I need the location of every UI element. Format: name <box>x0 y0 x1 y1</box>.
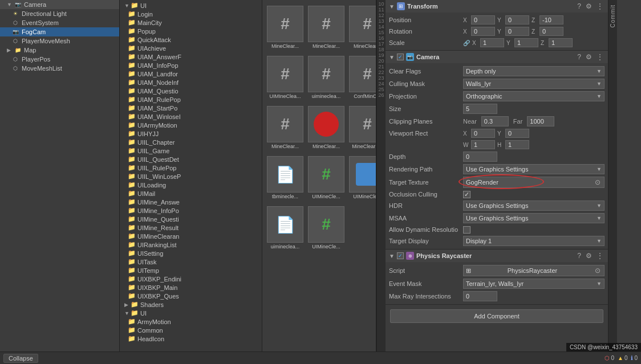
rotation-z-field[interactable]: Z <box>532 27 563 36</box>
tree-item-uimine-result[interactable]: 📁 UIMine_Result <box>120 223 262 232</box>
file-item-13[interactable]: # UIMineCle... <box>307 154 346 202</box>
tree-item-uixbkp-endini[interactable]: 📁 UIXBKP_Endini <box>120 275 262 283</box>
tree-item-uiam-nodeinf[interactable]: 📁 UIAM_NodeInf <box>120 78 262 87</box>
file-item-16[interactable]: 📄 uimineclea... <box>266 204 305 252</box>
occlusion-checkbox[interactable]: ✓ <box>463 191 470 198</box>
tree-item-uitemp[interactable]: 📁 UITemp <box>120 266 262 275</box>
renderingpath-dropdown[interactable]: Use Graphics Settings ▼ <box>463 164 605 174</box>
size-input[interactable] <box>463 104 497 114</box>
tree-item-uiam-winlosei[interactable]: 📁 UIAM_WinloseI <box>120 112 262 121</box>
tree-item-uisetting[interactable]: 📁 UISetting <box>120 249 262 257</box>
rotation-y-field[interactable]: Y <box>497 27 529 36</box>
transform-settings-btn[interactable]: ⚙ <box>585 2 593 10</box>
hierarchy-item-camera[interactable]: ▼ 📷 Camera <box>0 0 119 9</box>
tree-item-uiam-infopop[interactable]: 📁 UIAM_InfoPop <box>120 61 262 69</box>
scale-lock-icon[interactable]: 🔗 <box>463 40 470 46</box>
tree-item-uiil-questdet[interactable]: 📁 UIIL_QuestDet <box>120 155 262 163</box>
tree-item-uitask[interactable]: 📁 UITask <box>120 257 262 266</box>
position-x-field[interactable]: X <box>463 15 495 24</box>
tree-item-uixbkp-main[interactable]: 📁 UIXBKP_Main <box>120 283 262 292</box>
tree-item-popup[interactable]: 📁 Popup <box>120 27 262 35</box>
viewport-h-input[interactable] <box>505 140 529 149</box>
error-status[interactable]: ⬡ 0 <box>605 355 614 361</box>
camera-settings-btn[interactable]: ⚙ <box>585 53 593 61</box>
targettexture-field[interactable]: GogRender ⊙ <box>463 177 605 188</box>
tree-item-ui[interactable]: ▼ 📁 UI <box>120 1 262 10</box>
tree-item-uiam-rulepop[interactable]: 📁 UIAM_RulePop <box>120 95 262 104</box>
scale-x-input[interactable] <box>480 38 504 47</box>
hierarchy-item-movemeshlist[interactable]: ⬡ MoveMeshList <box>0 64 119 73</box>
hierarchy-item-fogcam[interactable]: 📷 FogCam <box>0 27 119 36</box>
tree-item-maincity[interactable]: 📁 MainCity <box>120 18 262 27</box>
script-field[interactable]: ⊞ PhysicsRaycaster ⊙ <box>463 265 605 276</box>
tree-item-uiil-chapter[interactable]: 📁 UIIL_Chapter <box>120 138 262 146</box>
tree-item-uiil-winlosep[interactable]: 📁 UIIL_WinLoseP <box>120 172 262 181</box>
tree-item-shaders[interactable]: ▶ 📁 Shaders <box>120 300 262 309</box>
physics-raycaster-menu-btn[interactable]: ⋮ <box>595 252 605 260</box>
targettexture-icon-btn[interactable]: ⊙ <box>594 178 602 186</box>
targetdisplay-dropdown[interactable]: Display 1 ▼ <box>463 236 605 246</box>
warning-status[interactable]: ▲ 0 <box>618 355 627 361</box>
maxray-input[interactable] <box>463 291 497 301</box>
tree-item-uixbkp-ques[interactable]: 📁 UIXBKP_Ques <box>120 292 262 300</box>
physics-raycaster-settings-btn[interactable]: ⚙ <box>585 252 593 260</box>
viewport-w-input[interactable] <box>471 140 495 149</box>
tree-item-quickattack[interactable]: 📁 QuickAttack <box>120 35 262 44</box>
transform-help-btn[interactable]: ? <box>576 2 582 10</box>
tree-item-uiloading[interactable]: 📁 UILoading <box>120 181 262 189</box>
hierarchy-item-directionallight[interactable]: ☀ Directional Light <box>0 9 119 18</box>
tree-item-common[interactable]: 📁 Common <box>120 326 262 334</box>
position-z-input[interactable] <box>539 15 563 24</box>
hierarchy-item-map[interactable]: ▶ 📁 Map <box>0 46 119 55</box>
near-input[interactable] <box>481 116 509 126</box>
hierarchy-item-playermovemesh[interactable]: ⬡ PlayerMoveMesh <box>0 36 119 46</box>
tree-item-headicon[interactable]: 📁 HeadIcon <box>120 334 262 343</box>
rotation-x-input[interactable] <box>471 27 495 36</box>
file-item-14[interactable]: UIMineCle... <box>348 154 376 202</box>
eventmask-dropdown[interactable]: Terrain_lyr, Walls_lyr ▼ <box>463 279 605 289</box>
scale-y-input[interactable] <box>514 38 538 47</box>
rotation-y-input[interactable] <box>505 27 529 36</box>
file-item-0[interactable]: # MineClear... <box>266 3 305 51</box>
file-item-1[interactable]: # MineClear... <box>307 3 346 51</box>
viewport-y-field[interactable]: Y <box>497 129 529 138</box>
tree-item-uiam-landfor[interactable]: 📁 UIAM_Landfor <box>120 69 262 78</box>
tree-item-uiam-questio[interactable]: 📁 UIAM_Questio <box>120 87 262 95</box>
viewport-x-input[interactable] <box>471 129 495 138</box>
tree-item-armymotion[interactable]: 📁 ArmyMotion <box>120 317 262 326</box>
script-icon-btn[interactable]: ⊙ <box>594 267 602 275</box>
tree-item-uimail[interactable]: 📁 UIMail <box>120 189 262 198</box>
cullingmask-dropdown[interactable]: Walls_lyr ▼ <box>463 79 605 89</box>
depth-input[interactable] <box>463 152 497 162</box>
clearflags-dropdown[interactable]: Depth only ▼ <box>463 66 605 76</box>
msaa-dropdown[interactable]: Use Graphics Settings ▼ <box>463 213 605 223</box>
file-item-4[interactable]: # UIMIneClea... <box>266 54 305 101</box>
tree-item-uimine-questi[interactable]: 📁 UIMine_Questi <box>120 215 262 223</box>
tree-item-ui2[interactable]: ▼ 📁 UI <box>120 309 262 317</box>
scale-z-field[interactable]: Z <box>541 38 573 47</box>
add-component-button[interactable]: Add Component <box>390 309 603 323</box>
tree-item-uiranklist[interactable]: 📁 UIRankingList <box>120 240 262 249</box>
projection-dropdown[interactable]: Orthographic ▼ <box>463 91 605 101</box>
file-item-6[interactable]: # ConfMinC... <box>348 54 376 101</box>
viewport-w-field[interactable]: W <box>463 140 495 149</box>
dynres-checkbox[interactable] <box>463 226 470 234</box>
rotation-x-field[interactable]: X <box>463 27 495 36</box>
position-y-field[interactable]: Y <box>497 15 529 24</box>
position-y-input[interactable] <box>505 15 529 24</box>
camera-enabled-checkbox[interactable]: ✓ <box>397 54 404 60</box>
file-item-2[interactable]: # MineClear... <box>348 3 376 51</box>
physics-raycaster-checkbox[interactable]: ✓ <box>397 252 404 259</box>
hdr-dropdown[interactable]: Use Graphics Settings ▼ <box>463 201 605 211</box>
camera-menu-btn[interactable]: ⋮ <box>595 53 605 61</box>
viewport-y-input[interactable] <box>505 129 529 138</box>
tree-item-uiachieve[interactable]: 📁 UIAchieve <box>120 44 262 52</box>
tree-item-uimine-answe[interactable]: 📁 UIMine_Answe <box>120 198 262 206</box>
tree-item-uiil-rulepop[interactable]: 📁 UIIL_RulePop <box>120 163 262 172</box>
file-item-12[interactable]: 📄 tbminecle... <box>266 154 305 202</box>
file-item-10[interactable]: # MineClearP... <box>348 104 376 152</box>
scale-x-field[interactable]: X <box>472 38 504 47</box>
scale-y-field[interactable]: Y <box>506 38 538 47</box>
far-input[interactable] <box>527 116 554 126</box>
collapse-button[interactable]: Collapse <box>3 354 38 363</box>
